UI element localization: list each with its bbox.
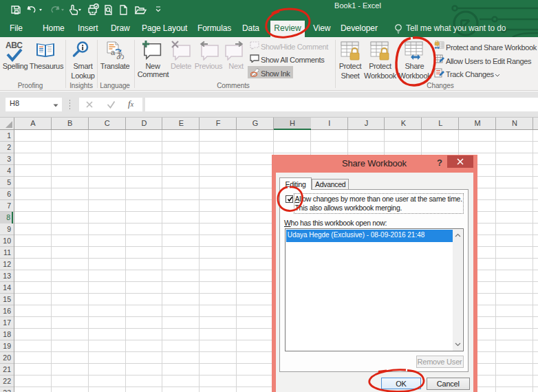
svg-text:a: a — [111, 48, 116, 56]
